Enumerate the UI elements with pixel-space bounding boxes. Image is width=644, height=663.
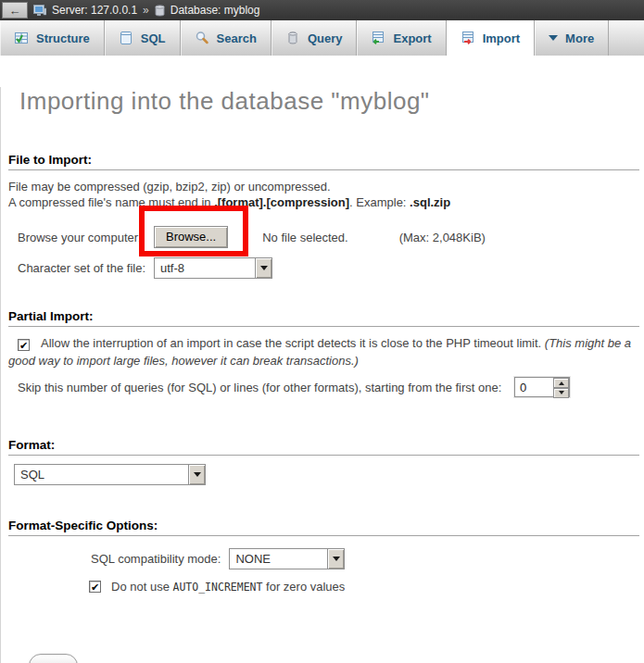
- autoincrement-label: Do not use AUTO_INCREMENT for zero value…: [111, 580, 345, 594]
- back-arrow-icon: ←: [9, 5, 21, 17]
- tab-label: Export: [393, 31, 431, 45]
- skip-number-value: 0: [515, 378, 553, 396]
- interrupt-label: Allow the interruption of an import in c…: [41, 336, 545, 350]
- dropdown-arrow-icon: [255, 258, 271, 278]
- query-icon: [285, 31, 300, 45]
- spinner-down-button[interactable]: [553, 388, 569, 398]
- compat-label: SQL compatibility mode:: [91, 552, 221, 566]
- tab-label: More: [565, 31, 594, 45]
- hint-line2-prefix: A compressed file's name must end in: [8, 195, 214, 209]
- tab-bar: Structure SQL Search Query Export Import…: [0, 20, 644, 56]
- hint-format-compression: .[format].[compression]: [214, 195, 349, 209]
- server-icon: [33, 5, 46, 17]
- autoincrement-checkbox[interactable]: ✔: [89, 581, 101, 593]
- chevron-down-icon: [549, 35, 558, 45]
- search-icon: [195, 31, 209, 45]
- browse-label: Browse your computer:: [18, 231, 154, 244]
- file-import-hint: File may be compressed (gzip, bzip2, zip…: [8, 179, 637, 210]
- autoincrement-code: AUTO_INCREMENT: [173, 581, 263, 594]
- charset-label: Character set of the file:: [18, 261, 154, 275]
- format-value: SQL: [15, 465, 188, 484]
- dropdown-arrow-icon: [188, 465, 205, 484]
- tab-label: SQL: [141, 31, 166, 45]
- partial-import-option: ✔Allow the interruption of an import in …: [8, 334, 635, 369]
- tab-sql[interactable]: SQL: [105, 20, 181, 56]
- interrupt-checkbox[interactable]: ✔: [18, 339, 30, 351]
- skip-row: Skip this number of queries (for SQL) or…: [18, 377, 644, 397]
- back-button[interactable]: ←: [2, 2, 28, 19]
- go-button[interactable]: Go: [29, 654, 78, 663]
- browse-button[interactable]: Browse...: [154, 226, 228, 248]
- tab-export[interactable]: Export: [357, 20, 446, 56]
- hint-example: .sql.zip: [410, 195, 450, 209]
- tab-more[interactable]: More: [535, 20, 609, 56]
- compat-select[interactable]: NONE: [229, 548, 345, 569]
- breadcrumb-database[interactable]: Database: myblog: [170, 4, 260, 17]
- dropdown-arrow-icon: [327, 549, 344, 569]
- charset-value: utf-8: [155, 258, 255, 278]
- skip-number-input[interactable]: 0: [514, 377, 570, 397]
- hint-line1: File may be compressed (gzip, bzip2, zip…: [8, 180, 331, 194]
- autoincrement-row: ✔ Do not use AUTO_INCREMENT for zero val…: [89, 580, 644, 594]
- main-content: Importing into the database "myblog" Fil…: [0, 87, 644, 663]
- tab-search[interactable]: Search: [181, 20, 271, 56]
- charset-row: Character set of the file: utf-8: [18, 257, 644, 279]
- tab-import[interactable]: Import: [447, 20, 535, 56]
- tab-label: Search: [217, 31, 257, 45]
- spinner-up-button[interactable]: [553, 378, 569, 388]
- compat-row: SQL compatibility mode: NONE: [91, 547, 644, 569]
- max-size-text: (Max: 2,048KiB): [399, 231, 486, 244]
- tab-query[interactable]: Query: [271, 20, 358, 56]
- partial-import-heading: Partial Import:: [8, 309, 639, 327]
- file-import-heading: File to Import:: [8, 153, 639, 170]
- breadcrumb-separator: »: [143, 4, 149, 17]
- tab-label: Structure: [36, 31, 90, 45]
- hint-line2-mid: . Example:: [349, 195, 410, 209]
- page-title: Importing into the database "myblog": [19, 87, 644, 116]
- format-heading: Format:: [8, 438, 639, 456]
- browse-row: Browse your computer: Browse... No file …: [18, 225, 644, 249]
- database-icon: [155, 5, 165, 17]
- skip-label: Skip this number of queries (for SQL) or…: [18, 381, 514, 394]
- breadcrumb-server[interactable]: Server: 127.0.0.1: [52, 4, 137, 17]
- format-select[interactable]: SQL: [14, 464, 206, 485]
- tab-label: Import: [483, 31, 520, 45]
- tab-structure[interactable]: Structure: [0, 20, 105, 56]
- structure-icon: [14, 31, 29, 45]
- sql-icon: [119, 31, 133, 45]
- no-file-text: No file selected.: [262, 231, 348, 244]
- charset-select[interactable]: utf-8: [154, 257, 272, 279]
- tab-label: Query: [308, 31, 343, 45]
- compat-value: NONE: [230, 549, 327, 569]
- breadcrumb: ← Server: 127.0.0.1 » Database: myblog: [0, 0, 644, 20]
- import-icon: [461, 31, 475, 45]
- format-options-heading: Format-Specific Options:: [8, 519, 639, 536]
- export-icon: [371, 31, 385, 45]
